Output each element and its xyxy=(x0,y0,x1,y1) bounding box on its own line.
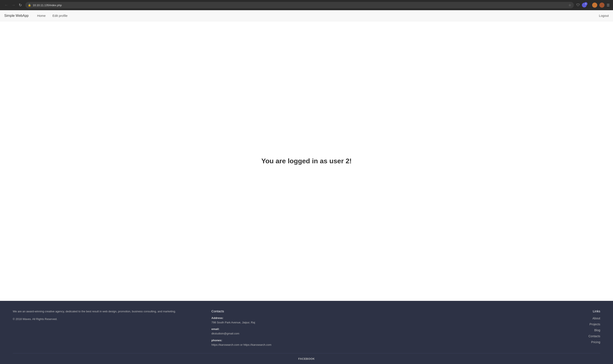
footer-link-contacts[interactable]: Contacts xyxy=(588,335,600,338)
browser-nav-buttons: ← → ↻ xyxy=(3,2,23,8)
list-item: Projects xyxy=(410,322,600,326)
footer-links-list: About Projects Blog Contacts Pricing xyxy=(410,316,600,344)
nav-home[interactable]: Home xyxy=(34,14,49,17)
footer-contacts-heading: Contacts xyxy=(211,309,401,313)
footer-main: We are an award-winning creative agency,… xyxy=(13,309,600,353)
nav-brand: Simple WebApp xyxy=(4,14,28,18)
footer-email-label: email: xyxy=(211,327,401,331)
nav-edit-profile[interactable]: Edit profile xyxy=(49,14,71,17)
logged-in-message: You are logged in as user 2! xyxy=(261,157,352,165)
back-button[interactable]: ← xyxy=(3,2,9,8)
footer: We are an award-winning creative agency,… xyxy=(0,301,613,364)
avatar-orange xyxy=(592,2,597,8)
list-item: Contacts xyxy=(410,334,600,338)
footer-address-label: Address: xyxy=(211,316,401,320)
footer-phones-value: https://karosearch.com or https://karose… xyxy=(211,343,401,347)
list-item: Pricing xyxy=(410,340,600,344)
bookmark-icon[interactable]: ☆ xyxy=(569,3,571,7)
browser-actions: 🛡 6 ☰ xyxy=(576,2,610,8)
footer-phones-label: phones: xyxy=(211,339,401,342)
notification-badge: 6 xyxy=(584,2,587,6)
footer-link-blog[interactable]: Blog xyxy=(594,328,600,332)
footer-copyright: © 2018 Waves. All Rights Reserved. xyxy=(13,317,203,322)
footer-address-value: 798 South Park Avenue, Jaipur, Raj xyxy=(211,320,401,325)
footer-email-value: dkstudioin@gmail.com xyxy=(211,331,401,336)
security-icon: 🔒 xyxy=(28,4,31,7)
avatar-user xyxy=(599,2,604,8)
menu-icon[interactable]: ☰ xyxy=(607,3,610,7)
page-navbar: Simple WebApp Home Edit profile Logout xyxy=(0,10,613,21)
footer-link-pricing[interactable]: Pricing xyxy=(591,340,600,344)
footer-contacts: Contacts Address: 798 South Park Avenue,… xyxy=(211,309,401,347)
url-text: 10.10.11.135/index.php xyxy=(33,4,567,7)
nav-links: Home Edit profile xyxy=(34,14,599,17)
main-content: You are logged in as user 2! xyxy=(0,21,613,301)
shield-action-icon[interactable]: 🛡 xyxy=(576,3,580,7)
browser-chrome: ← → ↻ 🔒 10.10.11.135/index.php ☆ 🛡 6 ☰ xyxy=(0,0,613,10)
footer-links: Links About Projects Blog Contacts Prici… xyxy=(410,309,600,347)
list-item: About xyxy=(410,316,600,320)
reload-button[interactable]: ↻ xyxy=(18,2,23,8)
footer-link-projects[interactable]: Projects xyxy=(589,323,600,326)
list-item: Blog xyxy=(410,328,600,332)
footer-link-about[interactable]: About xyxy=(592,317,600,320)
address-bar[interactable]: 🔒 10.10.11.135/index.php ☆ xyxy=(25,2,574,8)
logout-button[interactable]: Logout xyxy=(599,14,609,17)
footer-links-heading: Links xyxy=(410,309,600,313)
footer-about: We are an award-winning creative agency,… xyxy=(13,309,203,347)
footer-facebook[interactable]: FACEBOOK xyxy=(298,357,315,360)
footer-about-description: We are an award-winning creative agency,… xyxy=(13,309,203,314)
footer-bottom: FACEBOOK xyxy=(13,353,600,364)
forward-button[interactable]: → xyxy=(11,2,16,8)
